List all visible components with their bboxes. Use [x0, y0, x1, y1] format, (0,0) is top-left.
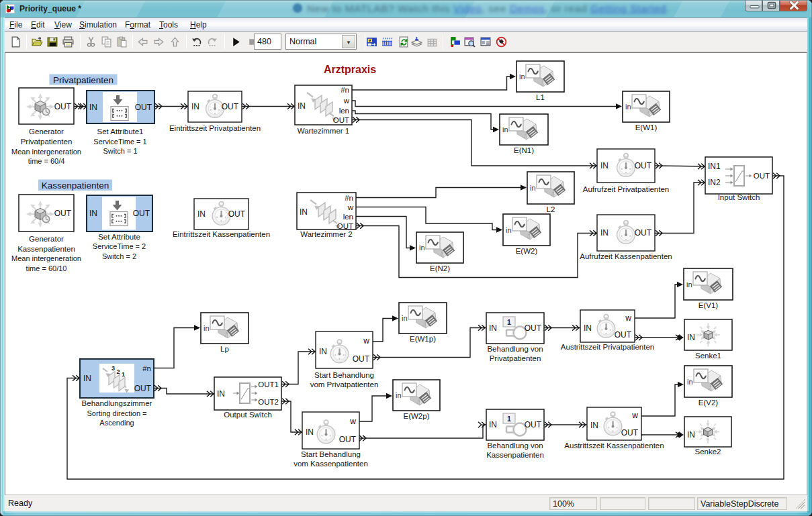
svg-text:Privatpatienten: Privatpatienten [490, 354, 541, 362]
svg-text:Aufrufzeit Privatpatienten: Aufrufzeit Privatpatienten [583, 185, 670, 193]
svg-text:time = 60/10: time = 60/10 [26, 264, 67, 272]
svg-text:in: in [419, 244, 425, 252]
svg-text:Eintrittszeit Privatpatienten: Eintrittszeit Privatpatienten [169, 124, 261, 132]
svg-text:E(N1): E(N1) [514, 146, 534, 154]
svg-text:IN: IN [89, 209, 97, 218]
svg-text:in: in [530, 184, 536, 192]
svg-text:Input Switch: Input Switch [718, 193, 760, 201]
svg-text:OUT: OUT [228, 209, 246, 219]
svg-text:E(W2): E(W2) [516, 247, 538, 255]
svg-text:Set Attribute1: Set Attribute1 [97, 127, 143, 136]
svg-text:Wartezimmer 1: Wartezimmer 1 [298, 127, 350, 135]
svg-text:in: in [686, 280, 692, 289]
svg-text:E(W2p): E(W2p) [404, 412, 430, 420]
svg-text:in: in [204, 324, 210, 332]
svg-text:E(N2): E(N2) [430, 264, 450, 272]
svg-text:Sorting direction =: Sorting direction = [87, 409, 147, 417]
svg-text:Mean intergeneration: Mean intergeneration [11, 254, 81, 262]
svg-text:IN: IN [687, 333, 695, 342]
svg-text:in: in [625, 103, 631, 111]
svg-text:ServiceTime = 1: ServiceTime = 1 [93, 138, 146, 146]
svg-text:Set Attribute: Set Attribute [98, 233, 140, 241]
svg-text:IN: IN [197, 209, 206, 219]
svg-text:IN: IN [191, 102, 199, 111]
svg-text:ServiceTime = 2: ServiceTime = 2 [93, 242, 146, 250]
svg-text:Austrittszeit Kassenpatienten: Austrittszeit Kassenpatienten [564, 442, 664, 450]
svg-text:Generator: Generator [29, 235, 64, 243]
svg-text:Kassenpatienten: Kassenpatienten [42, 180, 109, 191]
svg-text:OUT: OUT [525, 420, 542, 429]
svg-text:Privatpatienten: Privatpatienten [21, 138, 73, 146]
svg-text:OUT: OUT [54, 209, 72, 218]
svg-text:in: in [506, 226, 512, 234]
svg-text:w: w [631, 411, 638, 420]
svg-text:Privatpatienten: Privatpatienten [53, 75, 114, 85]
svg-text:len: len [343, 213, 353, 221]
svg-text:OUT2: OUT2 [258, 398, 279, 406]
svg-text:Kassenpatienten: Kassenpatienten [17, 245, 75, 253]
svg-text:OUT: OUT [754, 172, 770, 180]
svg-text:OUT: OUT [635, 161, 652, 170]
svg-text:IN: IN [489, 420, 497, 429]
svg-text:in: in [519, 72, 525, 81]
svg-text:vom Privatpatienten: vom Privatpatienten [310, 380, 379, 389]
svg-text:Austrittszeit Privatpatienten: Austrittszeit Privatpatienten [561, 343, 654, 351]
svg-text:#n: #n [341, 86, 349, 94]
svg-text:Aufrufzeit Kassenpatienten: Aufrufzeit Kassenpatienten [580, 252, 672, 260]
svg-text:E(V1): E(V1) [698, 301, 719, 309]
svg-text:len: len [339, 107, 349, 115]
svg-text:OUT: OUT [621, 428, 639, 437]
svg-text:time = 60/4: time = 60/4 [28, 157, 65, 165]
svg-text:Lp: Lp [220, 345, 229, 353]
svg-text:Wartezimmer 2: Wartezimmer 2 [300, 230, 353, 238]
svg-text:OUT: OUT [337, 222, 353, 230]
svg-text:w: w [349, 417, 356, 426]
svg-text:IN: IN [217, 389, 225, 399]
svg-text:Arztpraxis: Arztpraxis [324, 64, 376, 75]
svg-text:OUT: OUT [134, 384, 152, 393]
svg-text:w: w [625, 313, 631, 323]
svg-text:Behandlung von: Behandlung von [487, 345, 543, 353]
svg-text:IN2: IN2 [708, 178, 721, 187]
svg-text:OUT: OUT [54, 102, 72, 111]
svg-text:Switch = 1: Switch = 1 [103, 147, 137, 155]
svg-text:Switch = 2: Switch = 2 [102, 252, 136, 260]
svg-text:Mean intergeneration: Mean intergeneration [11, 148, 81, 156]
svg-text:w: w [363, 336, 369, 346]
svg-text:IN: IN [298, 101, 306, 111]
svg-text:Kassenpatienten: Kassenpatienten [486, 451, 544, 459]
svg-text:OUT: OUT [133, 209, 150, 218]
svg-text:IN: IN [600, 228, 608, 238]
svg-text:OUT: OUT [222, 102, 239, 111]
svg-text:IN: IN [590, 421, 598, 430]
svg-text:Senke2: Senke2 [694, 448, 721, 456]
svg-text:E(W1): E(W1) [635, 123, 658, 132]
svg-text:IN: IN [489, 323, 497, 333]
svg-text:Ascending: Ascending [99, 419, 134, 427]
svg-text:IN: IN [306, 427, 314, 437]
svg-text:OUT: OUT [333, 116, 349, 124]
svg-text:IN: IN [319, 347, 327, 356]
svg-text:Behandlung von: Behandlung von [487, 442, 543, 450]
svg-text:Start Behandlung: Start Behandlung [301, 450, 361, 458]
svg-text:OUT: OUT [635, 228, 652, 238]
svg-text:IN: IN [89, 103, 97, 112]
svg-text:OUT: OUT [525, 323, 542, 333]
svg-text:Senke1: Senke1 [695, 352, 721, 360]
svg-text:in: in [396, 391, 402, 399]
svg-text:IN: IN [600, 161, 608, 170]
svg-text:IN: IN [300, 207, 308, 217]
svg-text:in: in [502, 125, 508, 134]
svg-text:IN1: IN1 [708, 162, 721, 171]
svg-text:OUT: OUT [353, 354, 370, 364]
svg-text:Generator: Generator [29, 127, 64, 136]
svg-text:#n: #n [142, 364, 151, 372]
svg-text:E(V2): E(V2) [698, 399, 719, 407]
svg-text:OUT: OUT [615, 330, 632, 340]
svg-text:E(W1p): E(W1p) [410, 335, 436, 343]
svg-text:IN: IN [584, 323, 592, 333]
svg-text:Start Behandlung: Start Behandlung [314, 371, 374, 379]
svg-text:IN: IN [83, 374, 91, 383]
svg-text:L1: L1 [536, 93, 545, 101]
svg-text:L2: L2 [547, 205, 555, 213]
